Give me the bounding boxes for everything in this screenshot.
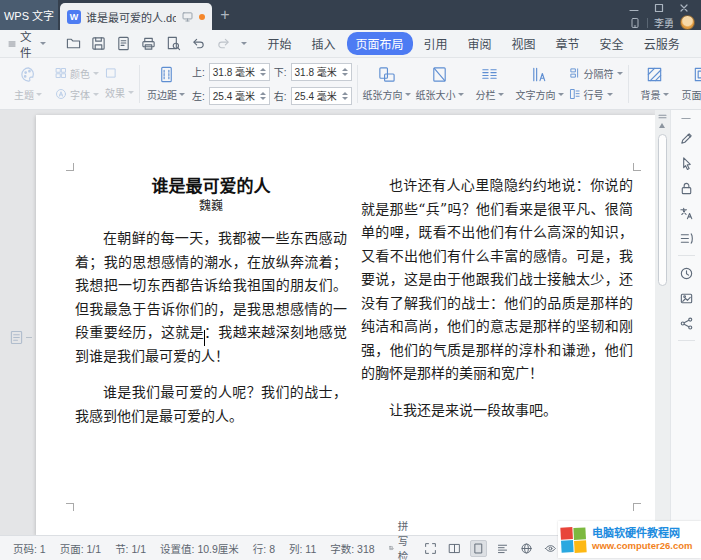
open-button[interactable] bbox=[66, 36, 82, 52]
margin-right-spinner[interactable] bbox=[342, 92, 348, 100]
quick-access-dropdown[interactable] bbox=[241, 42, 247, 45]
font-circle-icon bbox=[55, 88, 67, 100]
read-layout-button[interactable] bbox=[446, 540, 463, 557]
text-cursor bbox=[204, 330, 205, 346]
web-view-button[interactable] bbox=[518, 540, 535, 557]
toolbar-collapse-handle[interactable] bbox=[680, 116, 692, 121]
ribbon-divider bbox=[628, 65, 629, 103]
document-column-right[interactable]: 也许还有人心里隐隐约约地说：你说的就是那些“兵”吗？他们看来是很平凡、很简单的哩… bbox=[361, 174, 633, 435]
effects-icon bbox=[105, 67, 117, 79]
margin-bottom-field[interactable]: 31.8 毫米 bbox=[291, 63, 352, 81]
document-title[interactable]: 谁是最可爱的人 bbox=[75, 174, 347, 198]
history-button[interactable] bbox=[678, 265, 694, 281]
background-button[interactable]: 背景 bbox=[634, 65, 676, 102]
margin-marker-icon[interactable] bbox=[10, 330, 32, 345]
window-minimize-button[interactable] bbox=[629, 3, 639, 13]
paper-size-icon bbox=[430, 65, 449, 84]
titlebar-right: 李勇 bbox=[623, 0, 695, 30]
margins-button[interactable]: 页边距 bbox=[145, 65, 187, 102]
paper-orientation-button[interactable]: 纸张方向 bbox=[363, 65, 411, 102]
new-tab-button[interactable]: + bbox=[212, 0, 238, 30]
status-page-count: 页面: 1/1 bbox=[53, 541, 108, 556]
page-view-button[interactable] bbox=[470, 540, 487, 557]
tab-view[interactable]: 视图 bbox=[503, 32, 545, 55]
page-border-button[interactable]: 页面边框 bbox=[681, 65, 701, 102]
share-button[interactable] bbox=[678, 315, 694, 331]
menubar: 文件 开始 插入 页面布局 引用 审阅 视图 章节 安全 云服务 bbox=[0, 30, 701, 58]
tab-references[interactable]: 引用 bbox=[415, 32, 457, 55]
select-cursor-button[interactable] bbox=[678, 155, 694, 171]
margin-left-label: 左: bbox=[192, 88, 205, 103]
mobile-device-icon[interactable] bbox=[629, 17, 641, 29]
scrollbar-thumb[interactable] bbox=[658, 134, 667, 286]
tab-section[interactable]: 章节 bbox=[547, 32, 589, 55]
export-pdf-button[interactable] bbox=[116, 36, 132, 52]
outline-view-button[interactable] bbox=[494, 540, 511, 557]
paragraph[interactable]: 也许还有人心里隐隐约约地说：你说的就是那些“兵”吗？他们看来是很平凡、很简单的哩… bbox=[361, 174, 633, 386]
status-word-count[interactable]: 字数: 318 bbox=[323, 541, 381, 556]
margin-bottom-label: 下: bbox=[274, 64, 287, 79]
paragraph[interactable]: 谁是我们最可爱的人呢？我们的战士，我感到他们是最可爱的人。 bbox=[75, 381, 347, 428]
file-menu-button[interactable]: 文件 bbox=[8, 28, 54, 60]
margin-top-spinner[interactable] bbox=[260, 68, 266, 76]
paper-size-button[interactable]: 纸张大小 bbox=[416, 65, 464, 102]
tab-cloud-services[interactable]: 云服务 bbox=[635, 32, 689, 55]
image-tools-button[interactable] bbox=[678, 290, 694, 306]
undo-button[interactable] bbox=[191, 36, 207, 52]
chevron-down-icon bbox=[40, 42, 46, 45]
page-border-label: 页面边框 bbox=[682, 87, 701, 102]
lock-button[interactable] bbox=[678, 180, 694, 196]
columns-button[interactable]: 分栏 bbox=[469, 65, 511, 102]
hamburger-icon bbox=[8, 38, 16, 50]
scroll-up-arrow[interactable] bbox=[659, 123, 665, 128]
tab-home[interactable]: 开始 bbox=[259, 32, 301, 55]
effects-button[interactable]: 效果 bbox=[105, 85, 134, 100]
text-direction-label: 文字方向 bbox=[516, 87, 556, 102]
margin-bottom-spinner[interactable] bbox=[342, 68, 348, 76]
print-button[interactable] bbox=[141, 36, 157, 52]
split-view-handle[interactable] bbox=[658, 113, 667, 120]
tab-review[interactable]: 审阅 bbox=[459, 32, 501, 55]
eye-protection-button[interactable] bbox=[542, 540, 559, 557]
margin-top-field[interactable]: 31.8 毫米 bbox=[209, 63, 270, 81]
text-direction-button[interactable]: 文字方向 bbox=[516, 65, 564, 102]
window-close-button[interactable] bbox=[679, 3, 689, 13]
tab-insert[interactable]: 插入 bbox=[303, 32, 345, 55]
paragraph[interactable]: 让我还是来说一段故事吧。 bbox=[361, 399, 633, 423]
edit-pen-button[interactable] bbox=[678, 130, 694, 146]
margin-right-field[interactable]: 25.4 毫米 bbox=[291, 87, 352, 105]
fonts-button[interactable]: 字体 bbox=[55, 87, 99, 102]
margin-left-field[interactable]: 25.4 毫米 bbox=[209, 87, 270, 105]
spell-check-button[interactable]: 拼写检查 bbox=[382, 518, 423, 560]
document-tab[interactable]: W 谁是最可爱的人.doc bbox=[60, 3, 212, 30]
document-author[interactable]: 魏巍 bbox=[75, 198, 347, 215]
colors-button[interactable]: 颜色 bbox=[55, 66, 99, 81]
margin-left-spinner[interactable] bbox=[260, 92, 266, 100]
paragraph[interactable]: 在朝鲜的每一天，我都被一些东西感动着；我的思想感情的潮水，在放纵奔流着；我想把一… bbox=[75, 227, 347, 368]
fullscreen-view-button[interactable] bbox=[422, 540, 439, 557]
tab-page-layout[interactable]: 页面布局 bbox=[347, 32, 413, 55]
paper-orientation-label: 纸张方向 bbox=[363, 87, 403, 102]
wps-home-tab[interactable]: WPS 文字 bbox=[0, 0, 58, 30]
redo-button[interactable] bbox=[216, 36, 232, 52]
corner-mark-top-left bbox=[66, 163, 74, 171]
theme-button[interactable]: 主题 bbox=[7, 65, 49, 102]
translate-button[interactable] bbox=[678, 205, 694, 221]
print-preview-button[interactable] bbox=[166, 36, 182, 52]
save-button[interactable] bbox=[91, 36, 107, 52]
line-numbers-button[interactable]: 行号 bbox=[569, 87, 623, 102]
document-page[interactable]: 谁是最可爱的人 魏巍 在朝鲜的每一天，我都被一些东西感动着；我的思想感情的潮水，… bbox=[36, 115, 655, 535]
user-avatar[interactable] bbox=[680, 15, 695, 30]
outline-navigation-button[interactable] bbox=[678, 230, 694, 246]
user-name[interactable]: 李勇 bbox=[654, 15, 674, 30]
fonts-label: 字体 bbox=[70, 87, 90, 102]
breaks-button[interactable]: 分隔符 bbox=[569, 66, 623, 81]
window-maximize-button[interactable] bbox=[654, 3, 664, 13]
ribbon-divider bbox=[139, 65, 140, 103]
document-column-left[interactable]: 谁是最可爱的人 魏巍 在朝鲜的每一天，我都被一些东西感动着；我的思想感情的潮水，… bbox=[75, 174, 347, 441]
side-toolbar bbox=[670, 110, 701, 535]
ribbon-divider bbox=[357, 65, 358, 103]
tab-security[interactable]: 安全 bbox=[591, 32, 633, 55]
line-numbers-icon bbox=[569, 88, 581, 100]
vertical-scrollbar[interactable] bbox=[655, 110, 670, 535]
